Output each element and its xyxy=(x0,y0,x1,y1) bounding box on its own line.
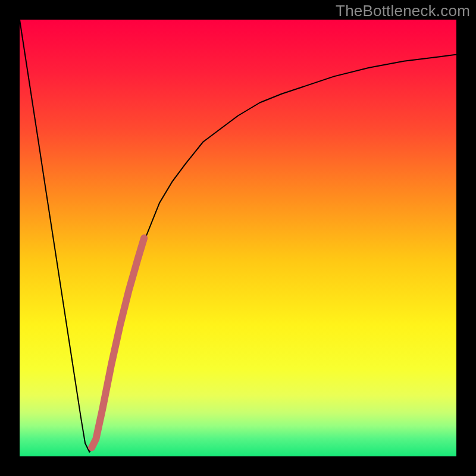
chart-frame: TheBottleneck.com xyxy=(0,0,476,476)
plot-area xyxy=(20,20,456,456)
watermark-text: TheBottleneck.com xyxy=(336,2,470,20)
bottleneck-curve xyxy=(20,20,456,452)
highlight-segment xyxy=(92,238,144,447)
curve-layer xyxy=(20,20,456,456)
